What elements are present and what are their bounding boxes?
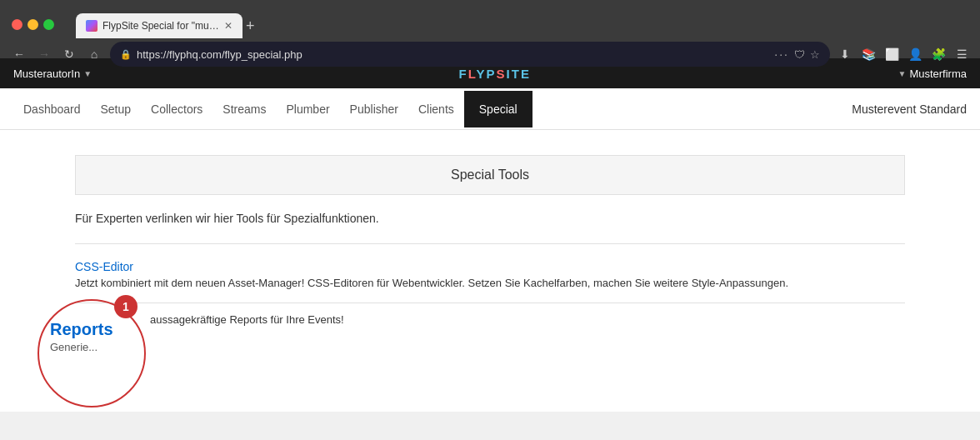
lock-icon: 🔒 [120, 49, 132, 60]
address-bar[interactable]: 🔒 https://flyphq.com/flyp_special.php ··… [110, 42, 830, 67]
circle-annotation: 1 Reports Generie... [33, 295, 150, 412]
download-icon[interactable]: ⬇ [837, 48, 853, 61]
bookmarks-icon[interactable]: 📚 [860, 48, 877, 61]
reload-button[interactable]: ↻ [60, 45, 78, 63]
reports-section: 1 Reports Generie... aussagekräftige Rep… [75, 312, 905, 412]
minimize-button[interactable] [28, 19, 38, 30]
reports-desc: aussagekräftige Reports für Ihre Events! [150, 313, 905, 326]
section-title: Special Tools [451, 168, 529, 182]
brand-flyp: FLYPSITE [459, 67, 531, 81]
nav-publisher[interactable]: Publisher [340, 91, 408, 128]
extensions-icon[interactable]: 🧩 [930, 48, 947, 61]
profile-icon[interactable]: 👤 [907, 48, 923, 61]
nav-setup[interactable]: Setup [91, 91, 142, 128]
url-text: https://flyphq.com/flyp_special.php [137, 48, 769, 61]
reports-circle-title[interactable]: Reports [50, 320, 113, 339]
circle-content: Reports Generie... [43, 313, 120, 360]
css-editor-item: CSS-Editor Jetzt kombiniert mit dem neue… [75, 259, 905, 289]
company-label: Musterfirma [909, 68, 967, 80]
brand-logo: FLYPSITE [92, 67, 898, 81]
circle-badge: 1 [114, 295, 138, 318]
nav-special[interactable]: Special [464, 91, 532, 128]
divider-1 [75, 243, 905, 244]
company-menu[interactable]: ▼ Musterfirma [898, 68, 967, 80]
reports-link[interactable]: Reports [50, 320, 113, 338]
musterevent-label: Musterevent Standard [852, 102, 967, 116]
section-header: Special Tools [75, 155, 905, 195]
fullscreen-button[interactable] [43, 19, 54, 30]
forward-button[interactable]: → [35, 45, 53, 63]
more-icon: ··· [774, 48, 789, 61]
company-chevron-icon: ▼ [898, 69, 906, 78]
intro-text: Für Experten verlinken wir hier Tools fü… [75, 195, 905, 238]
close-button[interactable] [12, 19, 22, 30]
shield-icon: 🛡 [794, 48, 805, 61]
app: MusterautorIn ▼ FLYPSITE ▼ Musterfirma D… [0, 58, 980, 412]
badge-number: 1 [122, 300, 129, 313]
traffic-lights: FlypSite Special for "musterfirm... ✕ + [0, 0, 980, 38]
username-label: MusterautorIn [13, 68, 80, 80]
nav-dashboard[interactable]: Dashboard [13, 91, 91, 128]
tab-title: FlypSite Special for "musterfirm... [102, 20, 219, 32]
browser-actions: ⬇ 📚 ⬜ 👤 🧩 ☰ [837, 48, 970, 61]
nav-clients[interactable]: Clients [408, 91, 464, 128]
nav-collectors[interactable]: Collectors [141, 91, 212, 128]
browser-tab[interactable]: FlypSite Special for "musterfirm... ✕ [76, 13, 242, 38]
reports-subtitle: Generie... [50, 341, 113, 353]
bookmark-icon: ☆ [810, 48, 820, 61]
nav-plumber[interactable]: Plumber [276, 91, 339, 128]
tab-favicon [86, 20, 98, 32]
user-chevron-icon: ▼ [83, 69, 92, 78]
home-button[interactable]: ⌂ [85, 45, 103, 63]
tab-close-icon[interactable]: ✕ [224, 20, 232, 32]
content-area: Special Tools Für Experten verlinken wir… [0, 155, 980, 412]
nav-streams[interactable]: Streams [212, 91, 276, 128]
user-menu[interactable]: MusterautorIn ▼ [13, 68, 92, 80]
divider-2 [75, 302, 905, 303]
main-nav: Dashboard Setup Collectors Streams Plumb… [0, 88, 980, 130]
css-editor-link[interactable]: CSS-Editor [75, 260, 133, 273]
new-tab-button[interactable]: + [246, 18, 255, 35]
back-button[interactable]: ← [10, 45, 28, 63]
reports-right: aussagekräftige Reports für Ihre Events! [150, 312, 905, 326]
browser-chrome: FlypSite Special for "musterfirm... ✕ + … [0, 0, 980, 58]
tab-bar: FlypSite Special for "musterfirm... ✕ + [64, 13, 267, 38]
menu-icon[interactable]: ☰ [953, 48, 970, 61]
tab-manager-icon[interactable]: ⬜ [883, 48, 900, 61]
css-editor-desc: Jetzt kombiniert mit dem neuen Asset-Man… [75, 277, 905, 289]
